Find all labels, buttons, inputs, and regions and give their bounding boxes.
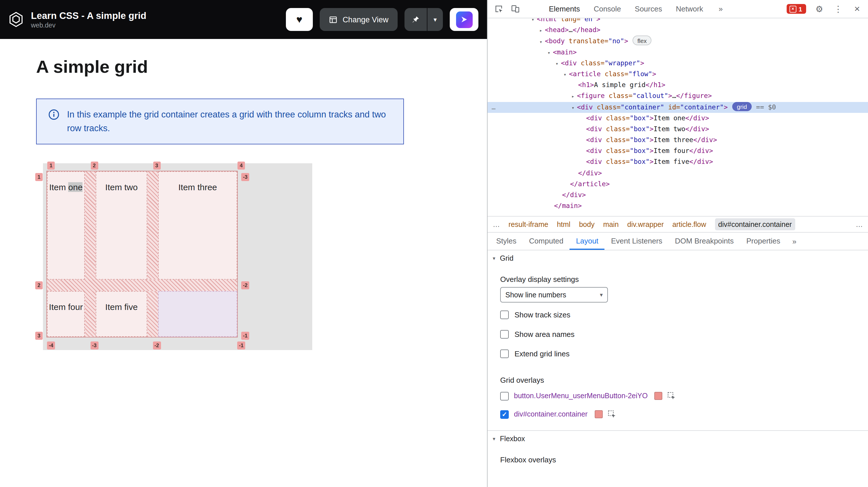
flex-badge[interactable]: flex — [633, 36, 651, 45]
tab-event-listeners[interactable]: Event Listeners — [605, 233, 669, 250]
overlay-element-label[interactable]: div#container.container — [514, 410, 588, 418]
breadcrumb-overflow[interactable]: … — [856, 220, 863, 228]
checkbox-unchecked[interactable] — [500, 392, 509, 400]
overlay-element-label[interactable]: button.UserMenu_userMenuButton-2eiYO — [514, 392, 648, 400]
tab-layout[interactable]: Layout — [570, 233, 605, 250]
overlay-color-swatch[interactable] — [594, 410, 602, 418]
close-devtools-icon[interactable]: × — [851, 3, 863, 14]
select-element-icon[interactable] — [668, 392, 676, 400]
devtools-tab-elements[interactable]: Elements — [542, 0, 587, 18]
breadcrumb-item[interactable]: result-iframe — [508, 220, 548, 228]
grid-line-number: -3 — [241, 173, 249, 181]
dom-tree-line[interactable]: <div class="box">Item five</div> — [488, 157, 868, 168]
device-toolbar-icon[interactable] — [509, 3, 521, 14]
grid-line-number: 1 — [35, 173, 43, 181]
breadcrumb-item[interactable]: body — [579, 220, 594, 228]
expand-arrow-open-icon[interactable]: ▾ — [529, 18, 537, 25]
page-title: A simple grid — [36, 56, 487, 78]
breadcrumb-item[interactable]: div#container.container — [715, 218, 795, 230]
breadcrumb-item[interactable]: html — [557, 220, 570, 228]
change-view-button[interactable]: Change View — [320, 8, 398, 31]
checkbox-checked[interactable]: ✓ — [500, 410, 509, 419]
more-tabs-icon[interactable]: » — [788, 233, 801, 250]
devtools-tab-console[interactable]: Console — [587, 0, 628, 18]
dom-tree-line[interactable]: ▾<body translate="no">flex — [488, 36, 868, 47]
devtools-toolbar-right: × 1 ⚙ ⋮ × — [787, 3, 863, 14]
grid-line-number: 3 — [153, 161, 160, 170]
expand-arrow-closed-icon[interactable]: ▸ — [569, 91, 577, 102]
grid-preview: Item oneItem twoItem threeItem fourItem … — [43, 163, 312, 350]
option-row: Extend grid lines — [500, 344, 868, 363]
browser-page: Learn CSS - A simple grid web.dev ♥ Chan… — [0, 0, 487, 487]
dom-tree-line[interactable]: <div class="box">Item two</div> — [488, 124, 868, 135]
select-element-icon[interactable] — [608, 410, 616, 418]
dom-tree-line[interactable]: ▾<div class="wrapper"> — [488, 58, 868, 69]
layout-panel: ▾ Grid Overlay display settings Show lin… — [488, 250, 868, 464]
tab-properties[interactable]: Properties — [740, 233, 787, 250]
dom-tree-line[interactable]: ▸<head>…</head> — [488, 25, 868, 35]
tab-styles[interactable]: Styles — [490, 233, 523, 250]
dom-tree-line[interactable]: </div> — [488, 168, 868, 179]
overlay-color-swatch[interactable] — [655, 392, 662, 400]
expand-arrow-open-icon[interactable]: ▾ — [545, 47, 553, 58]
page-content: A simple grid In this example the grid c… — [0, 56, 487, 350]
dom-tree-line[interactable]: </div> — [488, 190, 868, 201]
more-tabs-icon[interactable]: » — [715, 5, 726, 13]
grid-section-header[interactable]: ▾ Grid — [488, 250, 868, 266]
devtools-panel: ElementsConsoleSourcesNetwork » × 1 ⚙ ⋮ … — [487, 0, 868, 487]
site-header: Learn CSS - A simple grid web.dev ♥ Chan… — [0, 0, 487, 39]
pin-button[interactable] — [404, 8, 427, 31]
dom-tree-line[interactable]: </main> — [488, 201, 868, 211]
tab-dom-breakpoints[interactable]: DOM Breakpoints — [669, 233, 740, 250]
breadcrumb-overflow[interactable]: … — [493, 220, 500, 228]
dom-tree-line[interactable]: ▾<main> — [488, 47, 868, 58]
expand-arrow-open-icon[interactable]: ▾ — [553, 58, 561, 69]
webdev-logo-icon[interactable] — [8, 11, 24, 28]
pin-icon — [411, 15, 420, 24]
devtools-tab-sources[interactable]: Sources — [628, 0, 669, 18]
dom-tree-line[interactable]: <div class="box">Item four</div> — [488, 146, 868, 157]
info-callout: In this example the grid container creat… — [36, 98, 404, 144]
grid-overlays-label: Grid overlays — [500, 376, 868, 385]
grid-badge[interactable]: grid — [732, 102, 751, 111]
flexbox-section-header[interactable]: ▾ Flexbox — [488, 431, 868, 446]
line-numbers-select[interactable]: Show line numbers ▾ — [500, 287, 608, 303]
expand-arrow-open-icon[interactable]: ▾ — [537, 37, 545, 48]
dom-tree-line[interactable]: <h1>A simple grid</h1> — [488, 80, 868, 91]
error-count-badge[interactable]: × 1 — [787, 4, 806, 14]
site-name: web.dev — [31, 22, 146, 29]
checkbox-unchecked[interactable] — [500, 330, 509, 338]
expand-arrow-closed-icon[interactable]: ▸ — [537, 25, 545, 36]
dom-tree-line[interactable]: </article> — [488, 179, 868, 190]
checkbox-unchecked[interactable] — [500, 349, 509, 358]
expand-arrow-open-icon[interactable]: ▾ — [561, 69, 569, 80]
kebab-menu-icon[interactable]: ⋮ — [833, 3, 844, 14]
grid-overlay-rows: button.UserMenu_userMenuButton-2eiYO✓div… — [488, 387, 868, 423]
dom-tree-line[interactable]: …▾<div class="container" id="container">… — [488, 102, 868, 113]
expand-arrow-open-icon[interactable]: ▾ — [569, 102, 577, 113]
heart-icon: ♥ — [296, 13, 302, 26]
dom-tree-line[interactable]: ▾<html lang="en"> — [488, 18, 868, 25]
remix-button[interactable] — [450, 8, 478, 31]
devtools-tab-network[interactable]: Network — [669, 0, 710, 18]
dom-tree-line[interactable]: <div class="box">Item one</div> — [488, 113, 868, 123]
settings-gear-icon[interactable]: ⚙ — [813, 3, 825, 14]
triangle-down-icon: ▾ — [493, 436, 495, 442]
checkbox-unchecked[interactable] — [500, 310, 509, 319]
dollar-zero-hint: == $0 — [756, 103, 776, 111]
tab-computed[interactable]: Computed — [523, 233, 570, 250]
dom-tree-line[interactable]: <div class="box">Item three</div> — [488, 135, 868, 146]
grid-line-number: 2 — [35, 281, 43, 289]
pin-dropdown-button[interactable]: ▾ — [427, 8, 443, 31]
dom-tree-line[interactable]: ▾<article class="flow"> — [488, 69, 868, 80]
page-window-title: Learn CSS - A simple grid — [31, 10, 146, 21]
elements-tree-panel[interactable]: ▾<html lang="en">▸<head>…</head>▾<body t… — [488, 18, 868, 216]
breadcrumb-item[interactable]: div.wrapper — [627, 220, 664, 228]
favorite-button[interactable]: ♥ — [286, 8, 313, 31]
breadcrumb-item[interactable]: article.flow — [672, 220, 706, 228]
inspect-element-icon[interactable] — [493, 3, 504, 14]
breadcrumb-item[interactable]: main — [603, 220, 619, 228]
dom-tree-line[interactable]: ▸<figure class="callout">…</figure> — [488, 91, 868, 102]
row-menu-ellipsis[interactable]: … — [492, 102, 496, 113]
pin-button-group: ▾ — [404, 8, 443, 31]
